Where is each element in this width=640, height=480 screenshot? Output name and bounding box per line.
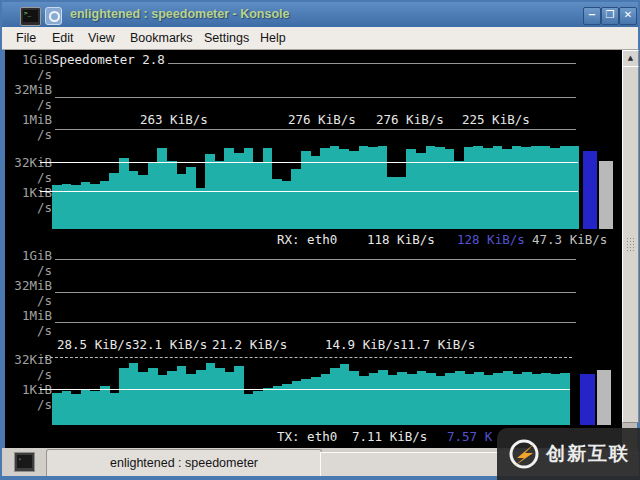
- close-button[interactable]: ✕: [619, 7, 637, 25]
- watermark-badge: 创新互联: [497, 428, 640, 480]
- title-bar[interactable]: >_ enlightened : speedometer - Konsole −…: [2, 2, 638, 27]
- menu-item-settings[interactable]: Settings: [204, 31, 249, 45]
- menu-item-bookmarks[interactable]: Bookmarks: [130, 31, 193, 45]
- terminal-screen[interactable]: [5, 50, 622, 448]
- menu-item-help[interactable]: Help: [260, 31, 286, 45]
- maximize-button[interactable]: ❐: [601, 7, 619, 25]
- watermark-text: 创新互联: [546, 441, 630, 467]
- menu-item-view[interactable]: View: [88, 31, 115, 45]
- new-session-terminal-icon[interactable]: ›: [14, 452, 35, 472]
- menu-item-file[interactable]: File: [16, 31, 36, 45]
- minimize-button[interactable]: −: [583, 7, 601, 25]
- konsole-app-icon[interactable]: [45, 7, 62, 25]
- scrollbar-thumb[interactable]: [622, 66, 639, 423]
- desktop-terminal-icon[interactable]: >_: [20, 7, 41, 26]
- konsole-window: >_ enlightened : speedometer - Konsole −…: [0, 0, 640, 480]
- watermark-logo-icon: [505, 434, 543, 474]
- menu-item-edit[interactable]: Edit: [52, 31, 74, 45]
- tab-session-active[interactable]: enlightened : speedometer: [46, 449, 322, 477]
- menu-bar: FileEditViewBookmarksSettingsHelp: [2, 27, 638, 50]
- window-title: enlightened : speedometer - Konsole: [70, 7, 289, 21]
- scrollbar-grip: [626, 237, 634, 251]
